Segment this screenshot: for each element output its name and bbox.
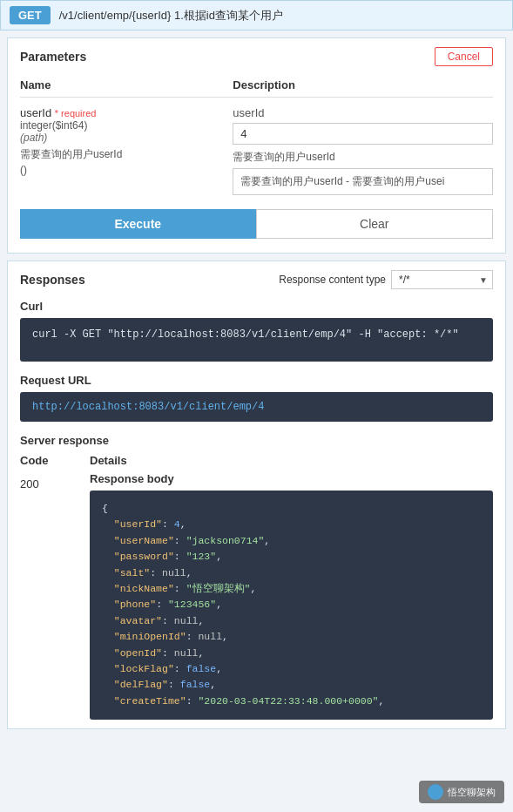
responses-section: Responses Response content type */* appl… <box>7 261 506 729</box>
watermark: 悟空聊架构 <box>419 781 504 803</box>
resp-body-block: { "userId": 4, "userName": "jackson0714"… <box>90 491 493 720</box>
param-name-col: userId * required integer($int64) (path)… <box>20 106 233 195</box>
http-method-badge: GET <box>10 6 51 24</box>
content-type-select[interactable]: */* application/json text/plain <box>391 270 493 289</box>
resp-code-200: 200 <box>20 472 90 491</box>
response-row-200: 200 Response body { "userId": 4, "userNa… <box>20 472 493 720</box>
params-table: Name Description userId * required integ… <box>20 78 493 195</box>
responses-title: Responses <box>20 273 85 287</box>
resp-col-details-header: Details <box>90 454 493 467</box>
content-type-wrapper: Response content type */* application/js… <box>279 270 493 289</box>
col-desc-header: Description <box>233 78 493 91</box>
server-response-label: Server response <box>20 434 493 447</box>
request-url-section: Request URL http://localhost:8083/v1/cli… <box>20 374 493 422</box>
param-desc-text-right: 需要查询的用户userId <box>233 150 493 165</box>
resp-body-line-4: "password": "123", <box>102 549 481 565</box>
resp-body-line-12: "delFlag": false, <box>102 677 481 693</box>
param-desc-col: userId 需要查询的用户userId 需要查询的用户userId - 需要查… <box>233 106 493 195</box>
curl-section: Curl curl -X GET "http://localhost:8083/… <box>20 300 493 362</box>
param-required: * required <box>55 108 97 118</box>
param-name: userId * required <box>20 106 233 119</box>
param-desc-box: 需要查询的用户userId - 需要查询的用户usei <box>233 168 493 195</box>
resp-body-line-9: "miniOpenId": null, <box>102 629 481 645</box>
resp-body-line-13: "createTime": "2020-03-04T22:33:48.000+0… <box>102 694 481 709</box>
resp-body-line-1: { <box>102 501 481 517</box>
param-type: integer($int64) <box>20 119 233 132</box>
param-path: (path) <box>20 132 233 144</box>
response-table-header: Code Details <box>20 454 493 467</box>
resp-body-line-6: "nickName": "悟空聊架构", <box>102 581 481 597</box>
server-response-section: Server response Code Details 200 Respons… <box>20 434 493 720</box>
request-url-block: http://localhost:8083/v1/client/emp/4 <box>20 392 493 422</box>
resp-body-line-8: "avatar": null, <box>102 613 481 629</box>
curl-code-block: curl -X GET "http://localhost:8083/v1/cl… <box>20 318 493 362</box>
resp-details-200: Response body { "userId": 4, "userName":… <box>90 472 493 720</box>
cancel-button[interactable]: Cancel <box>435 47 493 66</box>
parameters-title: Parameters <box>20 50 86 64</box>
resp-body-line-10: "openId": null, <box>102 646 481 661</box>
resp-body-line-3: "userName": "jackson0714", <box>102 533 481 549</box>
resp-body-line-2: "userId": 4, <box>102 517 481 532</box>
resp-body-label: Response body <box>90 472 493 485</box>
request-url-label: Request URL <box>20 374 493 387</box>
action-buttons: Execute Clear <box>20 209 493 239</box>
responses-header: Responses Response content type */* appl… <box>20 270 493 289</box>
col-name-header: Name <box>20 78 233 91</box>
parameters-header: Parameters Cancel <box>20 47 493 66</box>
content-type-select-wrapper[interactable]: */* application/json text/plain <box>391 270 493 289</box>
param-row-userid: userId * required integer($int64) (path)… <box>20 106 493 195</box>
execute-button[interactable]: Execute <box>20 209 256 239</box>
clear-button[interactable]: Clear <box>256 209 494 239</box>
watermark-text: 悟空聊架构 <box>448 786 496 799</box>
userid-input[interactable] <box>233 123 493 145</box>
endpoint-text: /v1/client/emp/{userId} 1.根据id查询某个用户 <box>59 8 283 24</box>
watermark-icon <box>428 784 443 800</box>
resp-body-line-5: "salt": null, <box>102 565 481 581</box>
params-table-header: Name Description <box>20 78 493 98</box>
param-desc-cn2: () <box>20 164 233 176</box>
parameters-section: Parameters Cancel Name Description userI… <box>7 37 506 254</box>
resp-col-code-header: Code <box>20 454 90 467</box>
param-label: userId <box>233 106 493 119</box>
top-bar: GET /v1/client/emp/{userId} 1.根据id查询某个用户 <box>0 0 513 30</box>
param-desc-cn: 需要查询的用户userId <box>20 147 233 162</box>
curl-label: Curl <box>20 300 493 313</box>
content-type-label: Response content type <box>279 274 386 286</box>
resp-body-line-11: "lockFlag": false, <box>102 661 481 677</box>
resp-body-line-7: "phone": "123456", <box>102 597 481 612</box>
